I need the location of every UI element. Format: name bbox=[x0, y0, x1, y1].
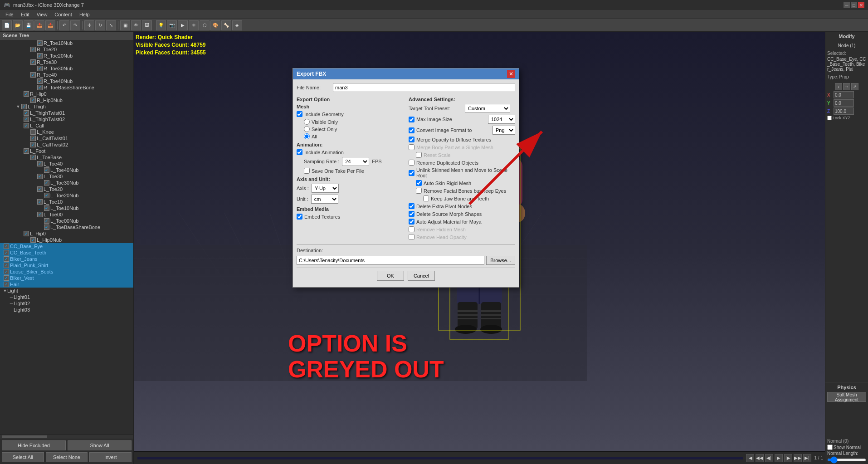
save-btn[interactable]: 💾 bbox=[24, 20, 34, 30]
delete-pivot-checkbox[interactable] bbox=[409, 203, 414, 209]
dialog-close-button[interactable]: ✕ bbox=[507, 70, 515, 78]
tree-item[interactable]: L_CalfTwist02 bbox=[0, 142, 133, 148]
tree-checkbox[interactable] bbox=[24, 148, 29, 154]
auto-skin-checkbox[interactable] bbox=[416, 180, 422, 186]
tree-item[interactable]: L_Toe40Nub bbox=[0, 167, 133, 173]
normal-length-slider[interactable] bbox=[827, 459, 866, 461]
tree-item-plaid-shirt[interactable]: Plaid_Punk_Shirt bbox=[0, 262, 133, 269]
hide-excluded-button[interactable]: Hide Excluded bbox=[2, 440, 66, 450]
tree-item[interactable]: L_Toe10Nub bbox=[0, 205, 133, 211]
tree-item-cc-base-eye[interactable]: CC_Base_Eye bbox=[0, 243, 133, 249]
select-btn[interactable]: ▣ bbox=[120, 20, 130, 30]
convert-format-checkbox[interactable] bbox=[409, 127, 414, 133]
tree-item[interactable]: L_ToeBase bbox=[0, 154, 133, 161]
tree-checkbox[interactable] bbox=[44, 225, 49, 230]
tree-item[interactable]: L_Foot bbox=[0, 148, 133, 154]
tree-item[interactable]: L_Toe20Nub bbox=[0, 192, 133, 199]
window-controls[interactable]: ─ □ ✕ bbox=[844, 2, 864, 8]
remove-hidden-checkbox[interactable] bbox=[409, 226, 414, 232]
invert-button[interactable]: Invert bbox=[89, 452, 132, 462]
tree-item-light[interactable]: ▼ Light bbox=[0, 288, 133, 294]
render-btn[interactable]: 🖼 bbox=[142, 20, 152, 30]
tree-content[interactable]: R_Toe10Nub R_Toe20 R_Toe20Nub R_Toe30 R_… bbox=[0, 40, 133, 435]
step-back-button[interactable]: ◀◀ bbox=[756, 454, 764, 462]
tree-item-light03[interactable]: ─ Light03 bbox=[0, 307, 133, 313]
tree-checkbox[interactable] bbox=[37, 78, 43, 84]
tree-item[interactable]: R_Hip0 bbox=[0, 91, 133, 97]
step-forward-button[interactable]: ▶▶ bbox=[794, 454, 802, 462]
tree-item[interactable]: L_Calf bbox=[0, 122, 133, 129]
transform-btn-3[interactable]: ↗ bbox=[851, 83, 858, 90]
merge-body-checkbox[interactable] bbox=[409, 144, 414, 150]
anim-btn[interactable]: ▶ bbox=[178, 20, 188, 30]
select-only-radio[interactable] bbox=[304, 126, 310, 132]
target-preset-select[interactable]: Custom Maya 3ds Max bbox=[465, 104, 510, 113]
select-all-button[interactable]: Select All bbox=[2, 452, 44, 462]
tree-item[interactable]: L_Toe20 bbox=[0, 186, 133, 192]
remove-facial-checkbox[interactable] bbox=[416, 188, 422, 194]
tree-item-biker-jeans[interactable]: Biker_Jeans bbox=[0, 256, 133, 262]
tree-checkbox[interactable] bbox=[30, 237, 36, 243]
move-btn[interactable]: ✛ bbox=[84, 20, 94, 30]
mesh-btn[interactable]: ⬡ bbox=[200, 20, 210, 30]
ok-button[interactable]: OK bbox=[377, 271, 404, 281]
tree-item[interactable]: L_Toe00 bbox=[0, 211, 133, 218]
prev-frame-button[interactable]: ◀| bbox=[765, 454, 773, 462]
tree-item[interactable]: R_Toe30 bbox=[0, 59, 133, 65]
include-animation-checkbox[interactable] bbox=[297, 149, 302, 155]
tree-item-biker-vest[interactable]: Biker_Vest bbox=[0, 275, 133, 281]
tree-checkbox[interactable] bbox=[4, 269, 9, 274]
next-frame-button[interactable]: |▶ bbox=[784, 454, 792, 462]
tree-checkbox[interactable] bbox=[24, 117, 29, 122]
save-one-take-checkbox[interactable] bbox=[304, 168, 310, 174]
tree-checkbox[interactable] bbox=[44, 180, 49, 186]
scale-btn[interactable]: ⤡ bbox=[106, 20, 116, 30]
unit-select[interactable]: cm m bbox=[311, 195, 338, 204]
tree-checkbox[interactable] bbox=[4, 282, 9, 287]
close-button[interactable]: ✕ bbox=[858, 2, 864, 8]
tree-checkbox[interactable] bbox=[30, 136, 36, 141]
tree-item[interactable]: R_Toe30Nub bbox=[0, 65, 133, 72]
physics-btn[interactable]: ⚛ bbox=[189, 20, 199, 30]
sampling-rate-select[interactable]: 24 30 60 bbox=[342, 157, 369, 166]
reset-scale-checkbox[interactable] bbox=[416, 152, 422, 158]
filename-input[interactable] bbox=[333, 83, 515, 92]
bone-btn[interactable]: 🦴 bbox=[221, 20, 231, 30]
tree-checkbox[interactable] bbox=[30, 142, 36, 147]
tree-checkbox[interactable] bbox=[37, 53, 43, 59]
tree-item[interactable]: R_Toe40 bbox=[0, 72, 133, 78]
tree-item[interactable]: R_Toe20Nub bbox=[0, 53, 133, 59]
rotate-btn[interactable]: ↻ bbox=[95, 20, 105, 30]
expand-icon[interactable]: ─ bbox=[9, 301, 14, 306]
y-input[interactable] bbox=[834, 99, 854, 107]
tree-item[interactable]: L_Toe10 bbox=[0, 199, 133, 205]
convert-format-select[interactable]: Png Jpg bbox=[493, 126, 515, 135]
tree-item[interactable]: L_ThighTwist01 bbox=[0, 110, 133, 116]
morph-btn[interactable]: ◈ bbox=[232, 20, 242, 30]
tree-item[interactable]: L_ThighTwist02 bbox=[0, 116, 133, 122]
tree-checkbox[interactable] bbox=[37, 85, 43, 90]
tree-item[interactable]: L_Hip0Nub bbox=[0, 237, 133, 243]
merge-opacity-checkbox[interactable] bbox=[409, 137, 414, 142]
all-radio[interactable] bbox=[304, 133, 310, 139]
tree-checkbox[interactable] bbox=[24, 110, 29, 116]
tree-checkbox[interactable] bbox=[37, 174, 43, 179]
tree-checkbox[interactable] bbox=[24, 91, 29, 97]
maximize-button[interactable]: □ bbox=[851, 2, 857, 8]
tree-checkbox[interactable] bbox=[4, 250, 9, 255]
tree-item[interactable]: R_Hip0Nub bbox=[0, 97, 133, 103]
redo-btn[interactable]: ↷ bbox=[70, 20, 80, 30]
soft-mesh-button[interactable]: Soft Mesh Assignment bbox=[827, 392, 866, 402]
tree-checkbox[interactable] bbox=[30, 98, 36, 103]
expand-icon[interactable]: ▼ bbox=[3, 288, 7, 293]
z-input[interactable] bbox=[834, 107, 854, 115]
show-normal-checkbox[interactable] bbox=[827, 444, 833, 450]
tree-item[interactable]: L_Toe30Nub bbox=[0, 180, 133, 186]
tree-checkbox[interactable] bbox=[30, 47, 36, 52]
tree-item[interactable]: L_Toe00Nub bbox=[0, 218, 133, 224]
tree-item[interactable]: L_ToeBaseShareBone bbox=[0, 224, 133, 230]
menu-edit[interactable]: Edit bbox=[17, 11, 33, 18]
tree-checkbox[interactable] bbox=[24, 123, 29, 128]
menu-help[interactable]: Help bbox=[76, 11, 93, 18]
menu-content[interactable]: Content bbox=[51, 11, 76, 18]
